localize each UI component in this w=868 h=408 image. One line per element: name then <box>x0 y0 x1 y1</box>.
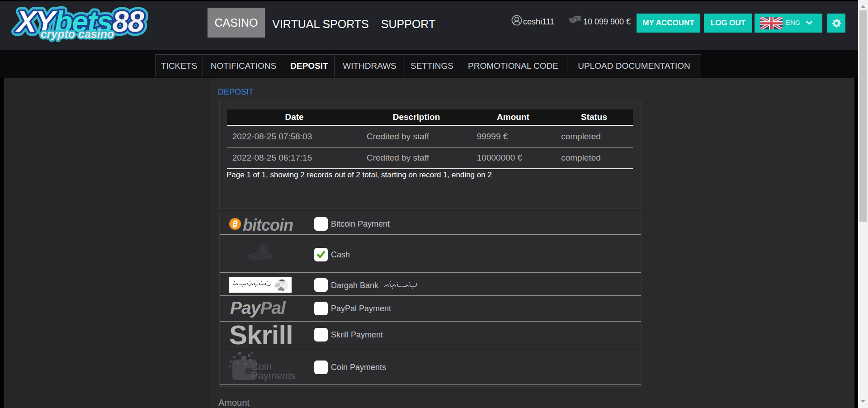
svg-text:crypto casino: crypto casino <box>41 28 114 40</box>
svg-text:$: $ <box>574 17 576 22</box>
svg-text:€: € <box>261 246 264 253</box>
svg-text:Payments: Payments <box>251 370 296 381</box>
